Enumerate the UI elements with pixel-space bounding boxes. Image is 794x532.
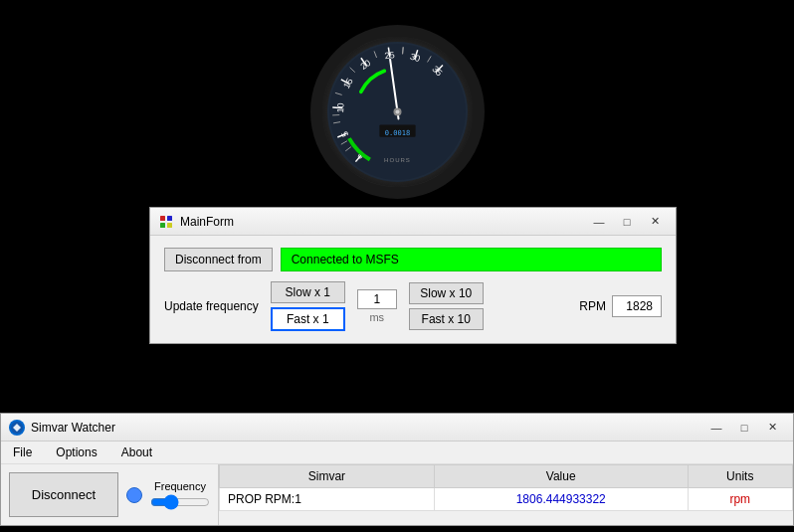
svg-text:HOURS: HOURS: [384, 157, 411, 163]
menu-file[interactable]: File: [5, 443, 40, 461]
freq-label: Update frequency: [164, 299, 259, 313]
frequency-section: Update frequency Slow x 1 Fast x 1 ms Sl…: [164, 281, 662, 331]
connection-status: Connected to MSFS: [281, 248, 662, 271]
simvar-units-cell: rpm: [688, 488, 792, 511]
freq-value-input[interactable]: [357, 289, 397, 309]
simvar-body: Disconnect Frequency Simvar Value Units …: [1, 464, 793, 525]
mainform-icon: [158, 214, 174, 230]
col-value: Value: [434, 465, 688, 488]
simvar-value-cell: 1806.444933322: [434, 488, 688, 511]
freq-input-group: ms: [357, 289, 397, 323]
disconnect-panel: Disconnect Frequency: [1, 464, 219, 525]
simvar-app-icon: [9, 420, 25, 436]
gauge-area: 0 5 10 15 20 25 30 35: [0, 0, 794, 209]
simvar-table-area: Simvar Value Units PROP RPM:11806.444933…: [219, 464, 793, 525]
col-simvar: Simvar: [220, 465, 435, 488]
slow-x1-button[interactable]: Slow x 1: [271, 281, 345, 303]
svg-rect-38: [167, 223, 172, 228]
freq-slow-buttons: Slow x 1 Fast x 1: [271, 281, 345, 331]
simvar-title-area: Simvar Watcher: [9, 420, 115, 436]
col-units: Units: [688, 465, 792, 488]
simvar-title: Simvar Watcher: [31, 421, 115, 435]
mainform-body: Disconnect from Connected to MSFS Update…: [150, 236, 676, 343]
simvar-close-button[interactable]: ✕: [759, 418, 785, 438]
freq-slider-input[interactable]: [150, 494, 210, 510]
freq-unit-label: ms: [369, 311, 384, 323]
svg-point-31: [395, 109, 399, 113]
svg-text:10: 10: [334, 102, 345, 113]
simvar-name-cell: PROP RPM:1: [220, 488, 435, 511]
svg-rect-37: [160, 223, 165, 228]
table-row: PROP RPM:11806.444933322rpm: [220, 488, 793, 511]
connection-status-dot: [126, 487, 142, 503]
mainform-title: MainForm: [180, 215, 234, 229]
simvar-maximize-button[interactable]: □: [731, 418, 757, 438]
menu-options[interactable]: Options: [48, 443, 104, 461]
slow-x10-button[interactable]: Slow x 10: [409, 282, 484, 304]
mainform-titlebar: MainForm — □ ✕: [150, 208, 676, 236]
simvar-window: Simvar Watcher — □ ✕ File Options About …: [0, 413, 794, 526]
mainform-window-controls: — □ ✕: [586, 212, 668, 232]
rpm-section: RPM 1828: [579, 295, 662, 317]
svg-rect-36: [167, 216, 172, 221]
svg-rect-35: [160, 216, 165, 221]
simvar-titlebar: Simvar Watcher — □ ✕: [1, 414, 793, 442]
gauge-instrument: 0 5 10 15 20 25 30 35: [310, 25, 485, 199]
simvar-data-table: Simvar Value Units PROP RPM:11806.444933…: [219, 464, 793, 511]
simvar-menubar: File Options About: [1, 442, 793, 464]
freq-control-section: Frequency: [150, 480, 210, 510]
mainform-title-area: MainForm: [158, 214, 234, 230]
svg-text:0.0018: 0.0018: [384, 128, 409, 137]
fast-x1-button[interactable]: Fast x 1: [271, 307, 345, 331]
rpm-label: RPM: [579, 299, 606, 313]
freq-fast-buttons: Slow x 10 Fast x 10: [409, 282, 484, 330]
maximize-button[interactable]: □: [614, 212, 640, 232]
menu-about[interactable]: About: [113, 443, 160, 461]
mainform-window: MainForm — □ ✕ Disconnect from Connected…: [149, 207, 677, 344]
freq-section-label: Frequency: [154, 480, 206, 492]
big-disconnect-button[interactable]: Disconnect: [9, 472, 118, 517]
fast-x10-button[interactable]: Fast x 10: [409, 308, 484, 330]
minimize-button[interactable]: —: [586, 212, 612, 232]
close-button[interactable]: ✕: [642, 212, 668, 232]
disconnect-from-button[interactable]: Disconnect from: [164, 248, 273, 271]
connect-row: Disconnect from Connected to MSFS: [164, 248, 662, 271]
simvar-window-controls: — □ ✕: [703, 418, 785, 438]
rpm-value-display: 1828: [612, 295, 662, 317]
simvar-minimize-button[interactable]: —: [703, 418, 729, 438]
